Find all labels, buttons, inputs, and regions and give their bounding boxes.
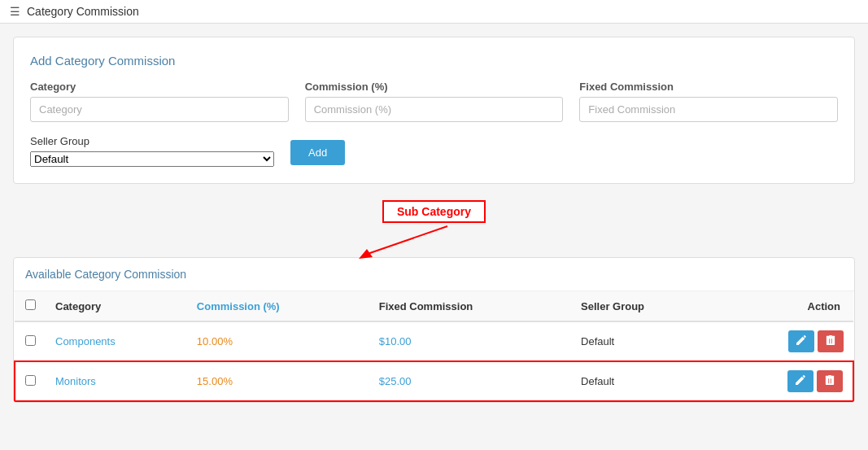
page-header: ☰ Category Commission	[0, 0, 868, 24]
fixed-commission-group: Fixed Commission	[579, 81, 838, 122]
form-row-bottom: Seller Group Default Add	[30, 135, 838, 167]
delete-icon	[825, 375, 835, 385]
add-button[interactable]: Add	[290, 140, 345, 165]
category-link[interactable]: Monitors	[55, 375, 96, 387]
action-btns	[729, 370, 843, 392]
commission-input[interactable]	[305, 97, 564, 122]
th-fixed-commission: Fixed Commission	[369, 291, 571, 321]
category-group: Category	[30, 81, 289, 122]
row-seller-group: Default	[571, 321, 719, 361]
row-checkbox-cell	[15, 321, 46, 361]
row-category: Monitors	[46, 361, 187, 401]
th-category: Category	[46, 291, 187, 321]
form-row-top: Category Commission (%) Fixed Commission	[30, 81, 838, 122]
row-action	[719, 361, 853, 401]
sub-category-label: Sub Category	[397, 205, 471, 218]
commission-table: Category Commission (%) Fixed Commission…	[14, 291, 854, 402]
add-btn-col: Add	[290, 140, 345, 167]
row-fixed-commission: $25.00	[369, 361, 571, 401]
category-input[interactable]	[30, 97, 289, 122]
edit-icon	[796, 375, 805, 385]
select-all-checkbox[interactable]	[25, 299, 36, 310]
table-card: Available Category Commission Category C…	[13, 257, 855, 403]
add-commission-title: Add Category Commission	[30, 54, 838, 68]
th-checkbox	[15, 291, 46, 321]
row-action	[719, 321, 853, 361]
table-row: Components 10.00% $10.00 Default	[15, 321, 853, 361]
table-card-title: Available Category Commission	[14, 258, 854, 291]
sub-category-area: Sub Category	[13, 200, 855, 257]
action-btns	[729, 330, 844, 352]
category-label: Category	[30, 81, 289, 93]
seller-group-label: Seller Group	[30, 135, 274, 147]
fixed-commission-input[interactable]	[579, 97, 838, 122]
main-content: Add Category Commission Category Commiss…	[0, 24, 868, 450]
row-fixed-commission: $10.00	[369, 321, 571, 361]
row-checkbox[interactable]	[25, 335, 36, 346]
sub-category-box: Sub Category	[382, 200, 486, 223]
row-commission: 15.00%	[187, 361, 369, 401]
svg-line-0	[363, 226, 447, 256]
delete-icon	[826, 335, 835, 345]
commission-group: Commission (%)	[305, 81, 564, 122]
table-header-row: Category Commission (%) Fixed Commission…	[15, 291, 853, 321]
row-category: Components	[46, 321, 187, 361]
th-action: Action	[719, 291, 853, 321]
row-commission: 10.00%	[187, 321, 369, 361]
row-checkbox-cell	[15, 361, 46, 401]
page-title: Category Commission	[27, 5, 139, 18]
seller-group-select[interactable]: Default	[30, 151, 274, 167]
edit-button[interactable]	[788, 330, 814, 352]
add-commission-card: Add Category Commission Category Commiss…	[13, 37, 855, 184]
seller-group-col: Seller Group Default	[30, 135, 274, 167]
row-checkbox[interactable]	[25, 375, 36, 386]
commission-label: Commission (%)	[305, 81, 564, 93]
edit-icon	[796, 335, 806, 345]
delete-button[interactable]	[817, 370, 843, 392]
fixed-commission-label: Fixed Commission	[579, 81, 838, 93]
delete-button[interactable]	[818, 330, 844, 352]
edit-button[interactable]	[787, 370, 813, 392]
row-seller-group: Default	[571, 361, 719, 401]
th-seller-group: Seller Group	[571, 291, 719, 321]
th-commission: Commission (%)	[187, 291, 369, 321]
table-row: Monitors 15.00% $25.00 Default	[15, 361, 853, 401]
list-icon: ☰	[10, 5, 20, 18]
category-link[interactable]: Components	[55, 335, 116, 347]
